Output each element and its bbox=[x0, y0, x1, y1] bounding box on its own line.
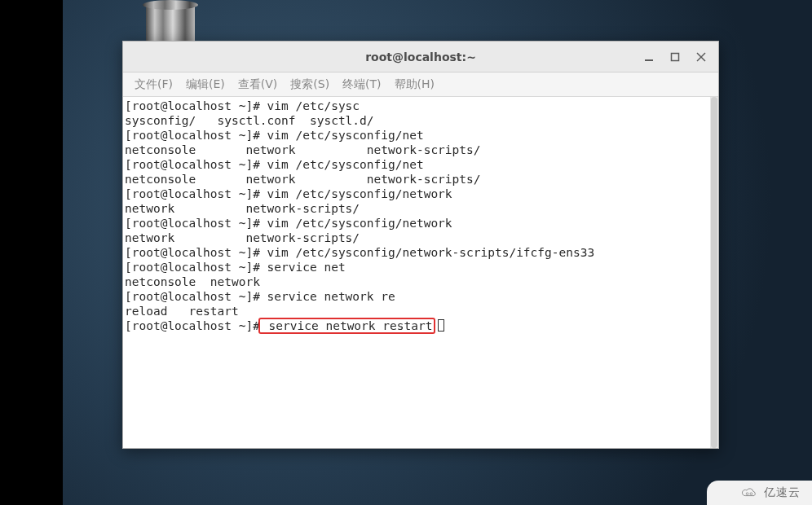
watermark: 亿速云 bbox=[707, 481, 812, 505]
desktop: root@localhost:~ 文件(F) 编辑(E) 查看(V) 搜索(S)… bbox=[0, 0, 812, 505]
terminal-cursor bbox=[438, 319, 444, 332]
terminal-body[interactable]: [root@localhost ~]# vim /etc/sysc syscon… bbox=[123, 97, 718, 448]
menubar: 文件(F) 编辑(E) 查看(V) 搜索(S) 终端(T) 帮助(H) bbox=[123, 72, 718, 97]
scrollbar-thumb[interactable] bbox=[711, 97, 717, 448]
watermark-text: 亿速云 bbox=[764, 485, 801, 500]
scrollbar[interactable] bbox=[710, 97, 718, 448]
cloud-icon bbox=[739, 485, 759, 501]
highlighted-command: service network restart bbox=[258, 318, 436, 334]
window-title: root@localhost:~ bbox=[365, 50, 476, 64]
window-controls bbox=[643, 42, 713, 72]
menu-help[interactable]: 帮助(H) bbox=[388, 75, 441, 94]
trash-can-icon[interactable] bbox=[143, 0, 198, 41]
maximize-button[interactable] bbox=[669, 51, 681, 63]
menu-file[interactable]: 文件(F) bbox=[128, 75, 179, 94]
terminal-output[interactable]: [root@localhost ~]# vim /etc/sysc syscon… bbox=[123, 97, 718, 448]
left-taskbar bbox=[0, 0, 63, 505]
close-button[interactable] bbox=[695, 51, 707, 63]
menu-terminal[interactable]: 终端(T) bbox=[336, 75, 387, 94]
svg-rect-1 bbox=[672, 54, 679, 61]
terminal-window: root@localhost:~ 文件(F) 编辑(E) 查看(V) 搜索(S)… bbox=[122, 41, 719, 449]
menu-search[interactable]: 搜索(S) bbox=[284, 75, 336, 94]
titlebar[interactable]: root@localhost:~ bbox=[123, 42, 718, 72]
svg-point-5 bbox=[750, 493, 752, 495]
svg-point-4 bbox=[746, 493, 748, 495]
menu-edit[interactable]: 编辑(E) bbox=[179, 75, 232, 94]
menu-view[interactable]: 查看(V) bbox=[232, 75, 285, 94]
minimize-button[interactable] bbox=[643, 51, 655, 63]
